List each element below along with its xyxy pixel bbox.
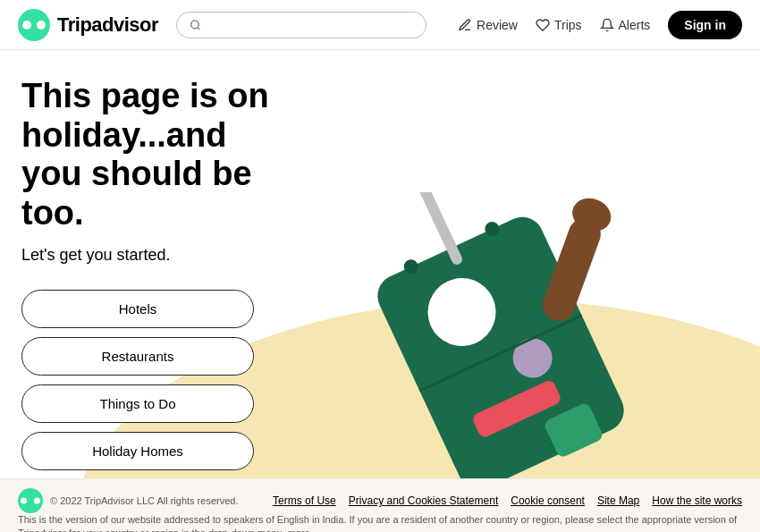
footer-disclaimer: This is the version of our website addre… bbox=[18, 513, 742, 532]
bell-icon bbox=[600, 18, 614, 32]
main-content: This page is on holiday...and you should… bbox=[0, 50, 760, 478]
logo[interactable]: Tripadvisor bbox=[18, 9, 158, 41]
category-buttons: Hotels Restaurants Things to Do Holiday … bbox=[21, 290, 290, 470]
search-bar[interactable] bbox=[176, 12, 426, 38]
heart-icon bbox=[536, 18, 550, 32]
hotels-button[interactable]: Hotels bbox=[21, 290, 254, 328]
nav-trips[interactable]: Trips bbox=[536, 18, 582, 32]
page-subheadline: Let's get you started. bbox=[21, 246, 290, 265]
footer: © 2022 TripAdvisor LLC All rights reserv… bbox=[0, 478, 760, 532]
footer-link-cookie[interactable]: Cookie consent bbox=[511, 494, 585, 507]
footer-link-sitemap[interactable]: Site Map bbox=[597, 494, 639, 507]
logo-icon bbox=[18, 9, 50, 41]
search-icon bbox=[190, 19, 201, 31]
svg-line-1 bbox=[198, 27, 199, 29]
left-content: This page is on holiday...and you should… bbox=[21, 77, 290, 470]
footer-logo-icon bbox=[18, 488, 43, 513]
logo-text: Tripadvisor bbox=[57, 13, 158, 37]
footer-top-row: © 2022 TripAdvisor LLC All rights reserv… bbox=[18, 488, 742, 513]
pencil-icon bbox=[458, 18, 472, 32]
footer-copyright: © 2022 TripAdvisor LLC All rights reserv… bbox=[50, 495, 238, 506]
header-nav: Review Trips Alerts Sign in bbox=[458, 11, 742, 39]
footer-more-link[interactable]: more bbox=[288, 528, 310, 532]
page-headline: This page is on holiday...and you should… bbox=[21, 77, 290, 233]
footer-link-privacy[interactable]: Privacy and Cookies Statement bbox=[349, 494, 498, 507]
footer-link-how-it-works[interactable]: How the site works bbox=[652, 494, 742, 507]
things-to-do-button[interactable]: Things to Do bbox=[21, 384, 254, 423]
footer-link-terms[interactable]: Terms of Use bbox=[273, 494, 336, 507]
nav-review[interactable]: Review bbox=[458, 18, 518, 32]
nav-alerts[interactable]: Alerts bbox=[600, 18, 651, 32]
holiday-homes-button[interactable]: Holiday Homes bbox=[21, 432, 254, 470]
svg-point-0 bbox=[191, 21, 199, 29]
header: Tripadvisor Review Trips Alerts Sign in bbox=[0, 0, 760, 50]
restaurants-button[interactable]: Restaurants bbox=[21, 337, 254, 376]
search-input[interactable] bbox=[207, 18, 413, 32]
footer-links: Terms of Use Privacy and Cookies Stateme… bbox=[273, 494, 742, 507]
signin-button[interactable]: Sign in bbox=[668, 11, 742, 39]
